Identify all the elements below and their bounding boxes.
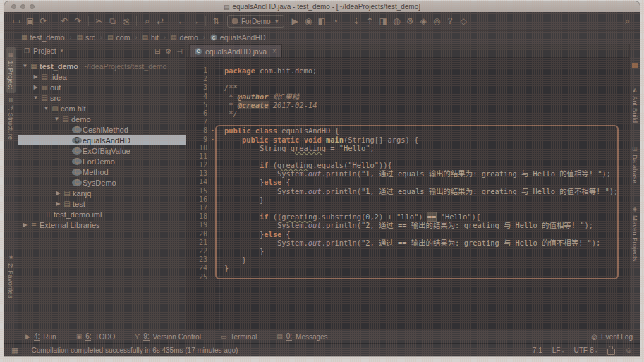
undo-icon[interactable]: ↶ [58, 16, 71, 26]
open-icon[interactable]: ▭ [10, 16, 23, 26]
tree-closed-arrow-icon[interactable]: ▶ [21, 222, 29, 228]
line-number[interactable]: 2 [186, 75, 207, 83]
run-gutter-icon[interactable]: ▸ [207, 135, 219, 144]
line-number[interactable]: 21 [186, 239, 207, 247]
line-number[interactable]: 19 [186, 221, 207, 229]
hector-inspector-icon[interactable]: ☺ [625, 346, 633, 354]
save-all-icon[interactable]: ▣ [23, 16, 37, 26]
tree-closed-arrow-icon[interactable]: ▶ [32, 84, 40, 90]
hide-panel-icon[interactable]: ⊣ [176, 47, 183, 55]
code-line-4[interactable]: * @author 纰C果糙 [224, 92, 629, 101]
tree-closed-arrow-icon[interactable]: ▶ [32, 73, 40, 80]
tree-item-com.hit[interactable]: ▼▤com.hit [18, 103, 186, 114]
tree-item-External-Libraries[interactable]: ▶≣External Libraries [18, 219, 186, 230]
copy-icon[interactable]: ⧉ [106, 16, 119, 26]
tree-item-Method[interactable]: CMethod [18, 167, 186, 177]
breadcrumb-test_demo[interactable]: ▦test_demo [21, 33, 65, 42]
code-line-23[interactable]: } [224, 255, 629, 264]
code-line-13[interactable]: System.out.println("1, 通过 equals 输出的结果为:… [224, 169, 629, 178]
redo-icon[interactable]: ↷ [71, 16, 85, 26]
code-editor[interactable]: 12345678▸9▸10111213141516171819202122232… [186, 58, 629, 330]
stripe-tab--structure[interactable]: ≣7: Structure [6, 93, 16, 144]
line-separator-widget[interactable]: LF▾ [552, 346, 564, 354]
line-number[interactable]: 23 [186, 255, 207, 264]
code-line-19[interactable]: System.out.println("2, 通过 == 输出的结果为: gre… [224, 221, 629, 229]
line-number[interactable]: 12 [186, 161, 207, 169]
stripe-tab--project[interactable]: ▦1: Project [6, 47, 16, 93]
plugins-icon[interactable]: ◇ [457, 16, 470, 26]
search-everywhere-icon[interactable]: ⌕ [621, 16, 634, 26]
line-number[interactable]: 18 [186, 212, 207, 221]
tree-open-arrow-icon[interactable]: ▼ [53, 116, 61, 122]
external-tool-icon[interactable]: ◍ [390, 16, 403, 26]
line-number[interactable]: 5 [186, 101, 207, 109]
tree-item-test_demo[interactable]: ▼▦test_demo~/IdeaProjects/test_demo [18, 61, 186, 71]
close-tab-icon[interactable]: × [272, 47, 277, 55]
tree-item-kanjq[interactable]: ▶▤kanjq [18, 188, 186, 198]
tool-window-button-todo[interactable]: ▣6:TODO [76, 332, 116, 341]
line-number[interactable]: 11 [186, 152, 207, 161]
tree-item-test[interactable]: ▶▤test [18, 198, 186, 209]
code-line-9[interactable]: public static void main(String[] args) { [224, 135, 629, 144]
stripe-tab-ant-build[interactable]: ◭Ant Build [631, 83, 640, 127]
tree-item-demo[interactable]: ▼▤demo [18, 114, 186, 124]
line-number[interactable]: 3 [186, 83, 207, 92]
code-line-20[interactable]: }else { [224, 230, 629, 239]
code-line-1[interactable]: package com.hit.demo; [224, 66, 629, 75]
line-number[interactable]: 8 [186, 126, 207, 135]
tool-window-button-terminal[interactable]: ▭Terminal [221, 333, 257, 341]
breadcrumb-equalsAndHD[interactable]: CequalsAndHD [210, 33, 266, 42]
tree-open-arrow-icon[interactable]: ▼ [21, 63, 29, 69]
line-number[interactable]: 15 [186, 187, 207, 195]
stripe-tab-database[interactable]: ◫Database [631, 141, 640, 188]
breadcrumb-hit[interactable]: ▤hit [142, 33, 159, 42]
tool-window-icon[interactable]: ◨ [377, 16, 390, 26]
tree-closed-arrow-icon[interactable]: ▶ [54, 200, 62, 207]
cut-icon[interactable]: ✂ [92, 16, 106, 26]
run-gutter-icon[interactable]: ▸ [207, 126, 219, 135]
code-line-8[interactable]: public class equalsAndHD { [224, 126, 629, 135]
line-number[interactable]: 7 [186, 118, 207, 126]
code-line-25[interactable] [224, 273, 629, 282]
tree-item-.idea[interactable]: ▶▤.idea [18, 71, 186, 82]
lock-icon[interactable] [607, 349, 615, 355]
profile-icon[interactable]: ◔ [329, 16, 342, 26]
code-line-14[interactable]: }else { [224, 178, 629, 186]
line-number[interactable]: 6 [186, 109, 207, 118]
inspection-status-indicator[interactable] [632, 63, 638, 68]
line-number[interactable]: 24 [186, 264, 207, 272]
tool-window-button-run[interactable]: ▶4:Run [25, 332, 56, 341]
tree-item-CeshiMethod[interactable]: CCeshiMethod [18, 124, 186, 135]
vcs-icon[interactable]: ◎ [430, 16, 444, 26]
synchronize-icon[interactable]: ⟳ [37, 16, 50, 26]
tree-item-out[interactable]: ▶▤out [18, 82, 186, 92]
tree-closed-arrow-icon[interactable]: ▶ [54, 190, 62, 196]
tree-item-test_demo.iml[interactable]: ▯test_demo.iml [18, 209, 186, 219]
encoding-widget[interactable]: UTF-8▾ [573, 346, 597, 354]
code-line-15[interactable]: System.out.println("1, 通过 equals 输出的结果为:… [224, 187, 629, 195]
settings-wrench-icon[interactable]: ⚙ [403, 16, 417, 26]
breadcrumb-com[interactable]: ▤com [107, 33, 130, 42]
line-number[interactable]: 14 [186, 178, 207, 186]
paste-icon[interactable]: ⎘ [119, 16, 133, 26]
tree-open-arrow-icon[interactable]: ▼ [42, 105, 50, 111]
debug-icon[interactable]: ◉ [302, 16, 315, 26]
stripe-tab-maven-projects[interactable]: ◈Maven Projects [631, 202, 640, 265]
editor-tab-equalsAndHD[interactable]: C equalsAndHD.java × [189, 44, 282, 57]
code-line-18[interactable]: if ((greating.substring(0,2) + "llo") ==… [224, 212, 629, 221]
tree-item-SysDemo[interactable]: CSysDemo [18, 177, 186, 188]
project-structure-icon[interactable]: ◈ [417, 16, 430, 26]
find-icon[interactable]: ⌕ [140, 16, 154, 26]
run-configuration-combo[interactable]: ForDemo▼ [227, 15, 284, 28]
code-line-3[interactable]: /** [224, 83, 629, 92]
project-panel-title[interactable]: Project [33, 47, 56, 55]
line-number[interactable]: 1 [186, 66, 207, 75]
breadcrumb-src[interactable]: ▤src [77, 33, 96, 42]
code-line-22[interactable]: } [224, 247, 629, 255]
line-number[interactable]: 16 [186, 195, 207, 204]
code-line-11[interactable] [224, 152, 629, 161]
code-line-7[interactable] [224, 118, 629, 126]
back-icon[interactable]: ← [175, 16, 188, 26]
code-line-16[interactable]: } [224, 195, 629, 204]
chevron-down-icon[interactable]: ▾ [61, 48, 63, 54]
